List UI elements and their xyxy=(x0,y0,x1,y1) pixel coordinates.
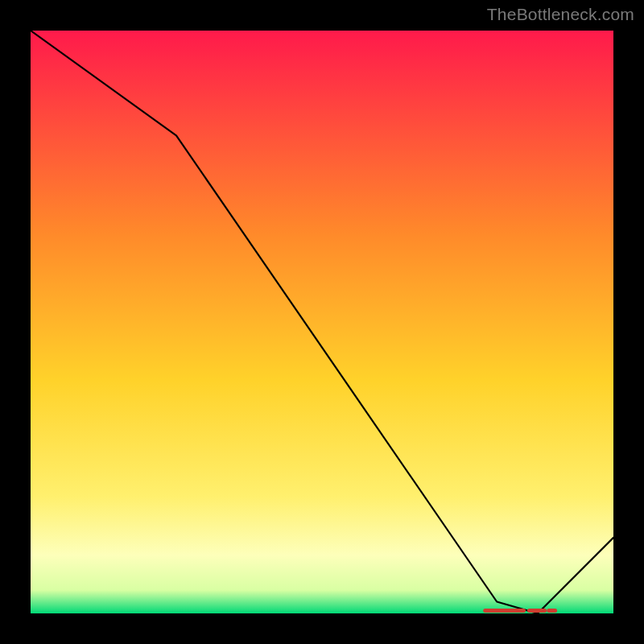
plot-area xyxy=(31,31,613,613)
gradient-rect xyxy=(31,31,613,613)
chart-svg xyxy=(31,31,613,613)
plot-frame xyxy=(24,24,620,620)
watermark-label: TheBottleneck.com xyxy=(487,5,634,24)
